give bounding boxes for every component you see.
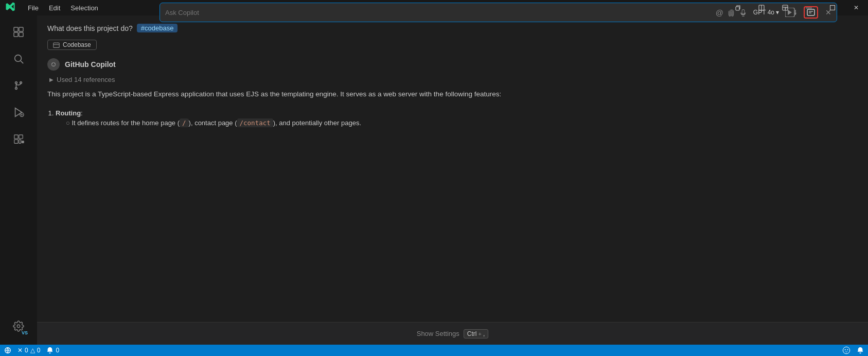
status-errors[interactable]: ✕ 0 △ 0 (17, 347, 40, 354)
statusbar: ✕ 0 △ 0 0 (0, 345, 868, 356)
sidebar-item-extensions[interactable] (6, 127, 31, 151)
svg-point-45 (847, 349, 848, 350)
codebase-tag[interactable]: #codebase (137, 24, 178, 32)
settings-button[interactable]: VS (6, 314, 31, 338)
svg-rect-7 (736, 7, 739, 10)
svg-point-40 (54, 63, 55, 64)
list-item-routing-label: Routing (56, 109, 81, 117)
svg-point-44 (845, 349, 846, 350)
sidebar-item-search[interactable] (6, 46, 31, 71)
kbd-plus: + (479, 331, 482, 337)
copilot-input[interactable] (165, 9, 716, 16)
menu-edit[interactable]: Edit (45, 3, 64, 13)
sidebar-item-explorer[interactable] (6, 20, 31, 44)
menu-bar: File Edit Selection (24, 3, 102, 13)
svg-point-32 (17, 325, 20, 328)
copilot-name: GitHub Copilot (65, 60, 116, 69)
routing-text-before: It defines routes for the home page ( (72, 119, 180, 127)
list-item: Routing: It defines routes for the home … (56, 109, 858, 127)
sidebar-item-source-control[interactable] (6, 73, 31, 98)
svg-point-39 (52, 63, 53, 64)
copilot-header: GitHub Copilot (47, 58, 858, 71)
kbd-ctrl: Ctrl (467, 330, 477, 337)
status-notifications[interactable]: 0 (46, 347, 59, 354)
activity-bar: VS (0, 15, 37, 345)
references-label: Used 14 references (57, 76, 115, 83)
kbd-comma: , (483, 330, 485, 337)
layout-button[interactable] (773, 0, 797, 15)
svg-rect-33 (54, 43, 59, 47)
svg-point-43 (843, 347, 849, 353)
route-home-code: / (180, 118, 189, 127)
menu-selection[interactable]: Selection (66, 3, 102, 13)
maximize-button[interactable] (821, 0, 844, 15)
sidebar-item-run[interactable] (6, 100, 31, 125)
svg-rect-29 (14, 140, 18, 143)
at-mention-icon[interactable]: @ (716, 8, 723, 17)
settings-badge: VS (22, 330, 28, 335)
response-list: Routing: It defines routes for the home … (47, 109, 858, 129)
chat-question-block: What does this project do? #codebase Cod… (47, 24, 858, 50)
show-settings-kbd: Ctrl + , (464, 329, 488, 338)
svg-rect-27 (14, 135, 18, 139)
question-text: What does this project do? (47, 24, 133, 32)
restore-button[interactable] (726, 0, 750, 15)
routing-text-after: ), and potentially other pages. (273, 119, 361, 127)
content-area: What does this project do? #codebase Cod… (37, 15, 868, 345)
svg-rect-16 (14, 32, 18, 37)
routing-text-middle: ), contact page ( (189, 119, 237, 127)
status-bell[interactable] (857, 347, 864, 354)
vscode-logo (5, 2, 15, 14)
codebase-button[interactable]: Codebase (47, 40, 97, 50)
menu-file[interactable]: File (24, 3, 43, 13)
svg-rect-13 (830, 6, 835, 10)
main-area: VS What does this project do? #codebase (0, 15, 868, 345)
references-chevron-icon: ▶ (49, 77, 54, 82)
sub-list: It defines routes for the home page (/),… (56, 119, 858, 127)
svg-point-37 (50, 61, 58, 69)
minimize-button[interactable]: — (797, 0, 821, 15)
chat-question: What does this project do? #codebase (47, 24, 858, 32)
response-intro: This project is a TypeScript-based Expre… (47, 89, 858, 100)
svg-point-22 (15, 88, 17, 90)
svg-point-20 (15, 82, 17, 84)
copilot-avatar (47, 58, 60, 71)
svg-rect-30 (19, 140, 21, 143)
svg-rect-15 (19, 27, 23, 31)
titlebar: File Edit Selection @ GPT 4o ▾ (0, 0, 868, 15)
svg-point-18 (15, 55, 22, 62)
copilot-response-block: GitHub Copilot ▶ Used 14 references This… (47, 58, 858, 129)
show-settings-label: Show Settings (417, 330, 459, 337)
warning-count: 0 (37, 347, 41, 354)
status-copilot[interactable] (842, 346, 851, 354)
error-icon: ✕ (17, 347, 23, 354)
close-window-button[interactable]: ✕ (844, 0, 868, 15)
chat-panel: What does this project do? #codebase Cod… (37, 15, 868, 322)
layout-split-button[interactable] (750, 0, 773, 15)
route-contact-code: /contact (237, 118, 273, 127)
svg-line-19 (21, 61, 23, 63)
error-count: 0 (25, 347, 28, 354)
show-settings-bar: Show Settings Ctrl + , (37, 322, 868, 345)
references-row[interactable]: ▶ Used 14 references (47, 76, 858, 83)
svg-rect-31 (22, 141, 24, 143)
svg-marker-23 (15, 108, 22, 117)
svg-rect-17 (19, 32, 23, 37)
svg-rect-14 (14, 27, 18, 31)
codebase-btn-label: Codebase (63, 41, 91, 48)
notification-count: 0 (56, 347, 59, 354)
status-right (842, 346, 864, 354)
window-controls: — ✕ (726, 0, 868, 15)
svg-rect-28 (19, 135, 23, 139)
status-remote[interactable] (4, 347, 11, 354)
sub-list-item-routing: It defines routes for the home page (/),… (66, 119, 858, 127)
warning-icon: △ (30, 347, 35, 354)
